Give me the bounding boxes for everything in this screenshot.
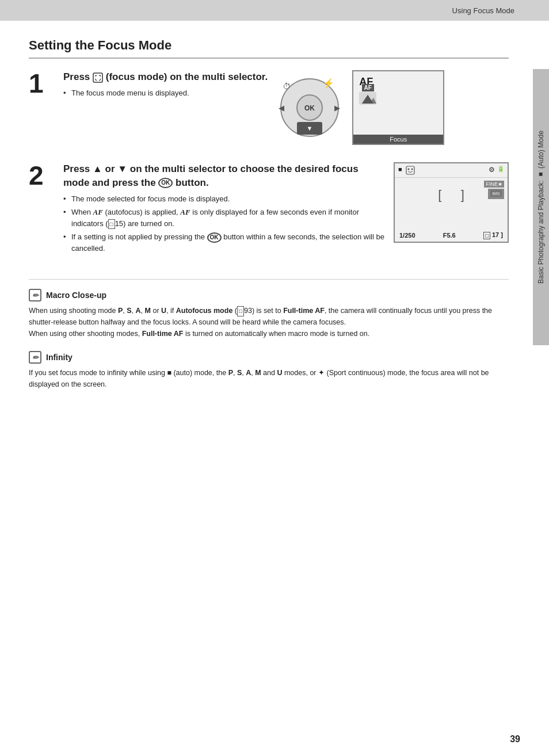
note-infinity-icon: ✏ — [29, 351, 41, 364]
step-2: 2 Press ▲ or ▼ on the multi selector to … — [29, 162, 509, 256]
step-2-heading: Press ▲ or ▼ on the multi selector to ch… — [63, 162, 384, 190]
note-infinity: ✏ Infinity If you set focus mode to infi… — [29, 351, 509, 390]
lcd-top-bar: ■ ⚙ 🔋 — [395, 163, 508, 178]
lcd-battery-icon: 🔋 — [497, 166, 504, 176]
svg-point-16 — [407, 169, 409, 170]
lcd-bracket-right: ] — [461, 188, 464, 203]
note-macro-heading: ✏ Macro Close-up — [29, 289, 509, 301]
lcd-camera-icon: ■ — [398, 166, 402, 176]
step-1-bullets: The focus mode menu is displayed. — [63, 87, 268, 99]
focus-icon-box: AF — [359, 84, 376, 105]
mountain-icon — [359, 92, 376, 105]
notes-section: ✏ Macro Close-up When using shooting mod… — [29, 279, 509, 390]
lcd-gear-icon: ⚙ — [489, 166, 495, 176]
lcd-size-icon: IMG — [488, 189, 504, 199]
step-2-bullet-3: If a setting is not applied by pressing … — [63, 231, 384, 254]
svg-text:▶: ▶ — [334, 104, 340, 112]
multi-selector-svg: OK ⚡ ⏱ ▼ ◀ ▶ — [277, 75, 343, 141]
lcd-center-space — [441, 190, 460, 200]
lcd-aperture: F5.6 — [443, 232, 456, 239]
lcd-bottom-bar: 1/250 F5.6 □ 17 ] — [395, 231, 508, 239]
focus-screen-inner: AF AF — [353, 71, 443, 135]
note-macro: ✏ Macro Close-up When using shooting mod… — [29, 289, 509, 339]
step-2-content: Press ▲ or ▼ on the multi selector to ch… — [63, 162, 509, 256]
svg-text:⚡: ⚡ — [323, 78, 334, 89]
focus-af-icon: AF — [362, 84, 374, 91]
lcd-right-icons: FINE★ IMG — [484, 181, 504, 199]
lcd-right-top-icons: ⚙ 🔋 — [489, 166, 504, 176]
focus-screen-step1: AF AF Foc — [352, 70, 444, 145]
note-infinity-title: Infinity — [46, 353, 73, 362]
step-1-number: 1 — [29, 70, 52, 145]
step-1-text-area: Press ⛶ (focus mode) on the multi select… — [63, 70, 268, 101]
multi-selector-diagram: OK ⚡ ⏱ ▼ ◀ ▶ — [277, 75, 343, 143]
step-1-layout: Press ⛶ (focus mode) on the multi select… — [63, 70, 509, 145]
svg-text:⏱: ⏱ — [283, 82, 291, 91]
header-bar: Using Focus Mode — [0, 0, 549, 21]
svg-text:IMG: IMG — [492, 192, 500, 196]
step-1-bullet-1: The focus mode menu is displayed. — [63, 87, 268, 99]
image-size-icon: IMG — [490, 189, 502, 197]
lcd-left-icons: ■ — [398, 166, 415, 176]
note-macro-icon: ✏ — [29, 289, 41, 301]
note-macro-title: Macro Close-up — [46, 291, 106, 300]
focus-screen-label: Focus — [353, 135, 443, 144]
ok-button-ref2: OK — [207, 232, 222, 243]
step-1-content: Press ⛶ (focus mode) on the multi select… — [63, 70, 509, 145]
lcd-screen-step2: ■ ⚙ 🔋 — [394, 162, 509, 243]
lcd-frames: □ 17 ] — [483, 231, 503, 239]
side-tab: Basic Photography and Playback: ■ (Auto)… — [533, 69, 549, 345]
step-2-layout: Press ▲ or ▼ on the multi selector to ch… — [63, 162, 509, 256]
header-title: Using Focus Mode — [452, 6, 514, 15]
svg-text:OK: OK — [304, 104, 315, 112]
main-content: Setting the Focus Mode 1 Press ⛶ (focus … — [0, 21, 549, 419]
svg-text:⛶: ⛶ — [95, 75, 101, 81]
step-2-bullet-1: The mode selected for focus mode is disp… — [63, 193, 384, 205]
svg-text:◀: ◀ — [279, 104, 284, 112]
lcd-face-icon — [406, 166, 415, 176]
ok-button-ref: OK — [158, 178, 173, 188]
step-1-heading: Press ⛶ (focus mode) on the multi select… — [63, 70, 268, 84]
side-tab-label: Basic Photography and Playback: ■ (Auto)… — [537, 131, 545, 284]
lcd-frame-ref: □ — [483, 232, 490, 239]
note-infinity-heading: ✏ Infinity — [29, 351, 509, 364]
face-detect-icon — [406, 166, 415, 175]
focus-mode-icon: ⛶ — [93, 72, 103, 83]
step-1: 1 Press ⛶ (focus mode) on the multi sele… — [29, 70, 509, 145]
step-2-bullet-2: When AF (autofocus) is applied, AF is on… — [63, 207, 384, 229]
page-number: 39 — [510, 734, 520, 744]
note-infinity-text: If you set focus mode to infinity while … — [29, 367, 509, 390]
section-title: Setting the Focus Mode — [29, 38, 509, 59]
lcd-shutter: 1/250 — [399, 232, 415, 239]
svg-text:▼: ▼ — [307, 125, 313, 132]
svg-rect-15 — [406, 166, 414, 174]
step-2-bullets: The mode selected for focus mode is disp… — [63, 193, 384, 254]
step-2-text-area: Press ▲ or ▼ on the multi selector to ch… — [63, 162, 384, 256]
svg-point-17 — [411, 169, 413, 170]
step-2-number: 2 — [29, 162, 52, 256]
lcd-quality-icon: FINE★ — [484, 181, 504, 188]
note-macro-text: When using shooting mode P, S, A, M or U… — [29, 305, 509, 339]
